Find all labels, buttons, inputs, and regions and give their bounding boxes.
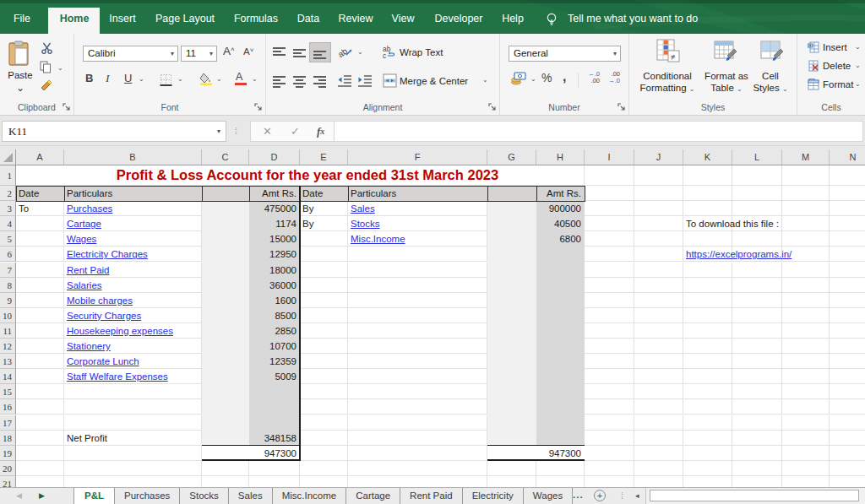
horizontal-scrollbar-thumb[interactable] (650, 490, 859, 501)
cell-A14[interactable] (16, 369, 64, 384)
cell-E3[interactable]: By (302, 201, 313, 216)
row-header-3[interactable]: 3 (0, 201, 16, 216)
cell-J1[interactable] (634, 165, 683, 186)
cell-F20[interactable] (348, 461, 487, 476)
cell-N14[interactable] (830, 369, 865, 384)
cell-L17[interactable] (732, 415, 782, 431)
cell-J21[interactable] (634, 476, 683, 487)
cell-F19[interactable] (348, 446, 487, 461)
cell-F5[interactable]: Misc.Income (351, 231, 405, 247)
cell-M20[interactable] (782, 461, 830, 476)
cell-J2[interactable] (634, 186, 683, 201)
cell-N6[interactable] (830, 247, 865, 262)
cell-L18[interactable] (732, 431, 782, 446)
column-header-K[interactable]: K (683, 149, 732, 165)
middle-align-icon[interactable] (293, 46, 307, 60)
row-header-1[interactable]: 1 (0, 165, 16, 186)
cell-D18[interactable]: 348158 (249, 431, 296, 446)
copy-caret-icon[interactable]: ⌄ (57, 64, 63, 72)
cell-L21[interactable] (732, 476, 782, 487)
cell-E20[interactable] (300, 461, 348, 476)
cell-I10[interactable] (585, 308, 634, 323)
cell-F9[interactable] (348, 293, 487, 308)
column-header-I[interactable]: I (585, 149, 634, 165)
align-center-icon[interactable] (293, 74, 307, 88)
cell-D2[interactable]: Amt Rs. (249, 186, 296, 201)
cell-J20[interactable] (634, 461, 683, 476)
format-caret-icon[interactable]: ⌄ (855, 80, 861, 88)
cell-N19[interactable] (830, 446, 865, 461)
paste-button[interactable]: Paste (2, 70, 39, 82)
row-header-18[interactable]: 18 (0, 431, 16, 446)
cell-M1[interactable] (782, 165, 830, 186)
column-header-F[interactable]: F (348, 149, 487, 165)
italic-icon[interactable]: I (106, 72, 110, 85)
cell-K5[interactable] (683, 231, 732, 247)
cell-I6[interactable] (585, 247, 634, 262)
tab-review[interactable]: Review (339, 4, 373, 34)
column-header-G[interactable]: G (487, 149, 536, 165)
cell-A5[interactable] (16, 231, 64, 247)
row-header-10[interactable]: 10 (0, 308, 16, 323)
cell-A1-title[interactable]: Profit & Loss Account for the year ended… (16, 165, 599, 186)
cell-K4[interactable]: To download this file : (686, 216, 779, 231)
cell-C20[interactable] (202, 461, 249, 476)
cell-D14[interactable]: 5009 (249, 369, 296, 384)
cell-E19[interactable] (300, 446, 348, 461)
cell-K19[interactable] (683, 446, 732, 461)
cell-J17[interactable] (634, 415, 683, 431)
row-header-21[interactable]: 21 (0, 476, 16, 487)
font-size-combobox[interactable]: 11 ▾ (181, 46, 217, 62)
cell-A6[interactable] (16, 247, 64, 262)
cell-J13[interactable] (634, 354, 683, 369)
cell-I2[interactable] (585, 186, 634, 201)
cell-F21[interactable] (348, 476, 487, 487)
paste-icon[interactable] (7, 41, 32, 68)
row-header-4[interactable]: 4 (0, 216, 16, 231)
cell-D6[interactable]: 12950 (249, 247, 296, 262)
fill-color-caret-icon[interactable]: ⌄ (216, 75, 222, 83)
cell-N7[interactable] (830, 263, 865, 278)
cell-N3[interactable] (830, 201, 865, 216)
cell-F13[interactable] (348, 354, 487, 369)
cell-A7[interactable] (16, 263, 64, 278)
cell-N12[interactable] (830, 339, 865, 354)
insert-cells-icon[interactable] (808, 41, 819, 53)
column-header-B[interactable]: B (64, 149, 202, 165)
insert-function-icon[interactable]: fx (317, 122, 320, 141)
cell-F8[interactable] (348, 278, 487, 293)
cell-D5[interactable]: 15000 (249, 231, 296, 247)
cell-N8[interactable] (830, 278, 865, 293)
name-box[interactable]: K11 ▾ (2, 121, 226, 142)
cell-J16[interactable] (634, 399, 683, 415)
cell-B17[interactable] (64, 415, 202, 431)
font-dialog-launcher-icon[interactable] (254, 103, 263, 111)
accounting-caret-icon[interactable]: ⌄ (530, 75, 536, 83)
insert-cells-button[interactable]: Insert (823, 42, 847, 52)
merge-center-button[interactable]: Merge & Center (400, 76, 468, 86)
cell-K16[interactable] (683, 399, 732, 415)
cell-M12[interactable] (782, 339, 830, 354)
cell-styles-button[interactable]: Cell Styles ⌄ (745, 71, 796, 95)
font-name-caret-icon[interactable]: ▾ (171, 46, 174, 61)
cell-L12[interactable] (732, 339, 782, 354)
cell-K2[interactable] (683, 186, 732, 201)
cell-L16[interactable] (732, 399, 782, 415)
cell-F2[interactable]: Particulars (351, 186, 396, 201)
scroll-left-icon[interactable]: ◂ (635, 488, 639, 504)
next-sheet-icon[interactable]: ▶ (39, 488, 45, 504)
cell-N2[interactable] (830, 186, 865, 201)
wrap-text-button[interactable]: Wrap Text (400, 47, 443, 57)
cell-N21[interactable] (830, 476, 865, 487)
cell-A10[interactable] (16, 308, 64, 323)
cell-K12[interactable] (683, 339, 732, 354)
cell-H3[interactable]: 900000 (536, 201, 581, 216)
cell-E13[interactable] (300, 354, 348, 369)
cell-M9[interactable] (782, 293, 830, 308)
cell-K17[interactable] (683, 415, 732, 431)
cell-M15[interactable] (782, 384, 830, 399)
cell-K14[interactable] (683, 369, 732, 384)
cell-L1[interactable] (732, 165, 782, 186)
cell-J11[interactable] (634, 323, 683, 339)
tab-developer[interactable]: Developer (435, 4, 483, 34)
